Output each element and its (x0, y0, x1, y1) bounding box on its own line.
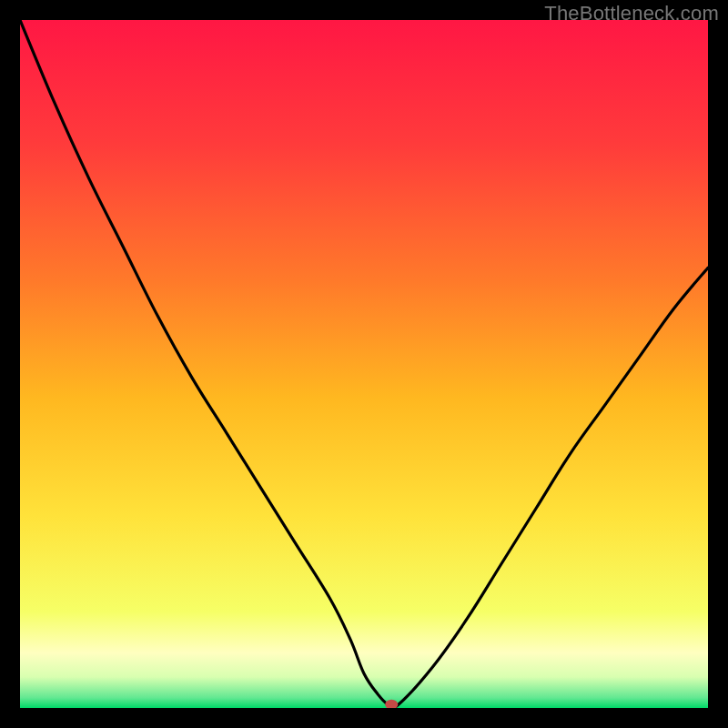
bottleneck-chart (20, 20, 708, 708)
chart-frame (20, 20, 708, 708)
gradient-background (20, 20, 708, 708)
watermark-text: TheBottleneck.com (544, 2, 719, 25)
